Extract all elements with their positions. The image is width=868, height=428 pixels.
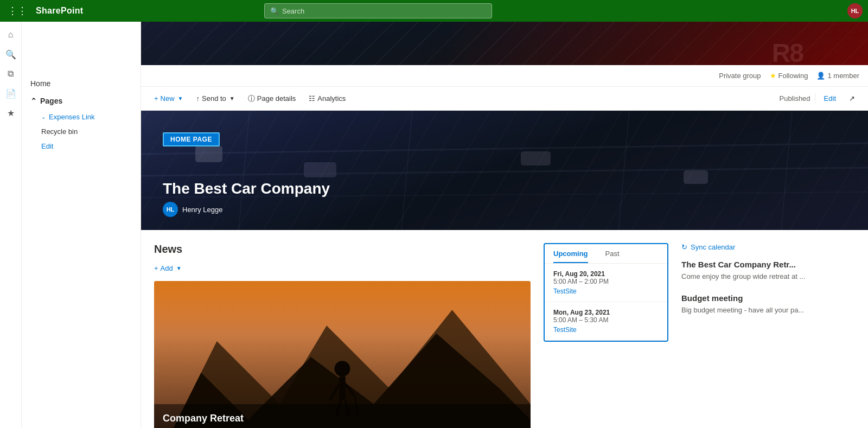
chevron-down-icon: ⌄ [41, 114, 46, 120]
published-label: Published [779, 94, 810, 103]
add-icon: + [154, 264, 158, 272]
event-item-1: Fri, Aug 20, 2021 5:00 AM – 2:00 PM Test… [545, 264, 667, 302]
event-2-date: Mon, Aug 23, 2021 [553, 309, 659, 316]
event-1-site[interactable]: TestSite [553, 288, 659, 295]
event-detail-2: Budget meeting Big budget meeting - have… [681, 293, 855, 314]
group-info-bar: Private group ★ Following 👤 1 member [141, 65, 868, 87]
add-dropdown-icon: ▼ [176, 265, 182, 271]
new-dropdown-icon: ▼ [178, 95, 183, 101]
following-info[interactable]: ★ Following [770, 72, 808, 80]
apps-icon[interactable]: ⧉ [2, 65, 20, 82]
app-title: SharePoint [36, 6, 83, 16]
bookmark-icon[interactable]: ★ [2, 104, 20, 122]
svg-rect-2 [304, 162, 336, 177]
hero-author: HL Henry Legge [163, 202, 222, 217]
left-nav-panel: Home ⌃ Pages ⌄ Expenses Link Recycle bin… [22, 22, 141, 428]
avatar[interactable]: HL [847, 3, 863, 18]
event-item-2: Mon, Aug 23, 2021 5:00 AM – 5:30 AM Test… [545, 302, 667, 341]
search-icon: 🔍 [270, 7, 279, 15]
svg-rect-4 [684, 170, 708, 184]
svg-rect-3 [521, 151, 551, 165]
sendto-dropdown-icon: ▼ [229, 95, 235, 101]
search-side-icon[interactable]: 🔍 [2, 46, 20, 63]
news-card[interactable]: Company Retreat [154, 281, 531, 428]
event-details-panel: ↻ Sync calendar The Best Car Company Ret… [681, 243, 855, 428]
edit-button[interactable]: Edit [820, 92, 840, 105]
members-info: 👤 1 member [816, 72, 859, 80]
left-icon-sidebar: ⌂ 🔍 ⧉ 📄 ★ [0, 22, 22, 428]
nav-edit[interactable]: Edit [22, 139, 141, 154]
event-2-time: 5:00 AM – 5:30 AM [553, 316, 659, 324]
upcoming-tab[interactable]: Upcoming [545, 244, 597, 263]
analytics-icon: ☷ [309, 94, 315, 103]
members-label: 1 member [827, 72, 859, 80]
svg-rect-0 [141, 111, 868, 230]
event-1-time: 5:00 AM – 2:00 PM [553, 278, 659, 285]
sync-icon: ↻ [681, 243, 687, 251]
page-details-button[interactable]: ⓘ Page details [244, 92, 301, 106]
nav-pages-section[interactable]: ⌃ Pages [22, 92, 141, 110]
hero-section: HOME PAGE The Best Car Company HL Henry … [141, 111, 868, 230]
search-bar: 🔍 [264, 3, 492, 18]
page-action-bar: + New ▼ ↑ Send to ▼ ⓘ Page details ☷ Ana… [141, 87, 868, 111]
divider [815, 93, 815, 104]
hero-title: The Best Car Company [163, 180, 330, 197]
document-icon[interactable]: 📄 [2, 85, 20, 102]
nav-recycle-bin[interactable]: Recycle bin [22, 124, 141, 139]
search-input[interactable] [282, 7, 486, 15]
main-content: HOME PAGE The Best Car Company HL Henry … [141, 111, 868, 428]
action-right: Published Edit ↗ [779, 92, 859, 105]
events-tabs: Upcoming Past [545, 244, 667, 264]
home-icon[interactable]: ⌂ [2, 26, 20, 43]
author-name: Henry Legge [182, 206, 222, 214]
news-add-button[interactable]: + Add ▼ [154, 262, 182, 274]
person-icon: 👤 [816, 72, 825, 80]
hero-background [141, 111, 868, 230]
event-detail-2-title: Budget meeting [681, 293, 855, 303]
svg-rect-1 [195, 146, 222, 162]
event-detail-2-desc: Big budget meeting - have all your pa... [681, 306, 855, 314]
chevron-up-icon: ⌃ [30, 97, 37, 105]
event-2-site[interactable]: TestSite [553, 326, 659, 334]
star-icon: ★ [770, 72, 776, 80]
waffle-icon[interactable]: ⋮⋮ [5, 3, 29, 19]
svg-rect-9 [339, 376, 346, 400]
top-nav: ⋮⋮ SharePoint 🔍 HL [0, 0, 868, 22]
expand-button[interactable]: ↗ [845, 92, 859, 105]
nav-section-main: Home ⌃ Pages ⌄ Expenses Link Recycle bin… [22, 71, 141, 158]
nav-home[interactable]: Home [22, 75, 141, 92]
new-button[interactable]: + New ▼ [150, 92, 188, 105]
plus-icon: + [154, 94, 158, 103]
private-group-info: Private group [719, 72, 761, 80]
send-to-button[interactable]: ↑ Send to ▼ [192, 92, 239, 105]
author-avatar: HL [163, 202, 178, 217]
following-label: Following [778, 72, 808, 80]
news-title: News [154, 243, 531, 255]
news-card-label: Company Retreat [154, 404, 531, 428]
nav-expenses-link[interactable]: ⌄ Expenses Link [22, 110, 141, 124]
content-section: News + Add ▼ [141, 230, 868, 428]
event-1-date: Fri, Aug 20, 2021 [553, 270, 659, 278]
analytics-button[interactable]: ☷ Analytics [304, 92, 350, 105]
sync-calendar-button[interactable]: ↻ Sync calendar [681, 243, 735, 251]
events-column: Upcoming Past Fri, Aug 20, 2021 5:00 AM … [544, 243, 668, 428]
home-page-badge: HOME PAGE [163, 132, 220, 146]
events-widget: Upcoming Past Fri, Aug 20, 2021 5:00 AM … [544, 243, 668, 342]
private-group-label: Private group [719, 72, 761, 80]
svg-point-8 [335, 361, 350, 376]
event-detail-1-title: The Best Car Company Retr... [681, 260, 855, 269]
event-detail-1-desc: Come enjoy the group wide retreat at ... [681, 272, 855, 280]
info-icon: ⓘ [248, 94, 255, 104]
past-tab[interactable]: Past [597, 244, 628, 263]
event-detail-1: The Best Car Company Retr... Come enjoy … [681, 260, 855, 280]
news-section: News + Add ▼ [154, 243, 531, 428]
send-icon: ↑ [196, 94, 200, 103]
